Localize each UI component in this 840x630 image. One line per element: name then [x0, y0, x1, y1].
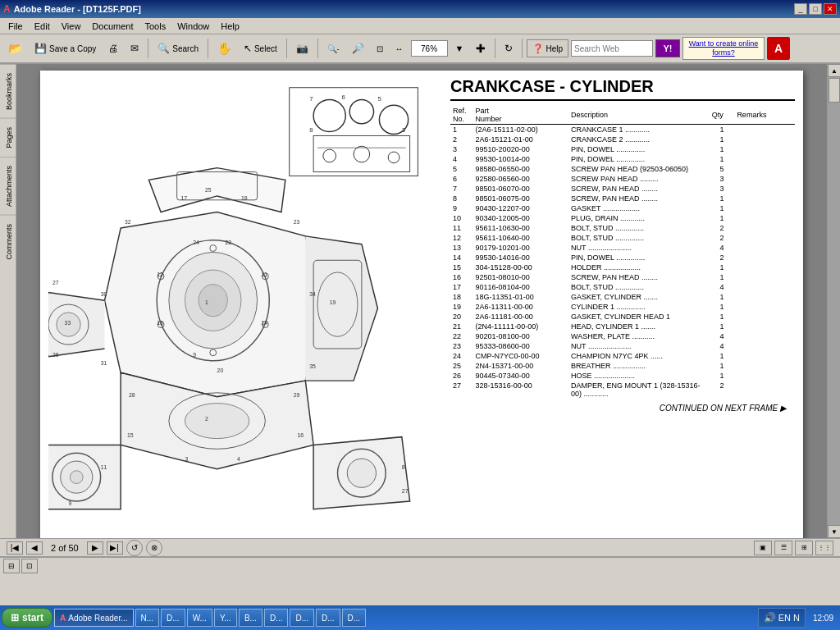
next-page-button[interactable]: ▶	[87, 541, 103, 555]
status-icon-2: ⊡	[21, 559, 38, 573]
taskbar-item-9[interactable]: D...	[342, 609, 367, 627]
ref-cell: 17	[450, 282, 473, 292]
qty-cell: 3	[710, 174, 735, 184]
minimize-button[interactable]: _	[794, 3, 807, 15]
table-row: 23 95333-08600-00 NUT ..................…	[450, 341, 795, 351]
zoom-out-button[interactable]: 🔍-	[322, 37, 345, 60]
ref-cell: 21	[450, 322, 473, 331]
menu-tools[interactable]: Tools	[140, 20, 171, 33]
remarks-cell	[734, 312, 795, 322]
first-page-button[interactable]: |◀	[7, 541, 23, 555]
taskbar-item-1[interactable]: N...	[135, 609, 160, 627]
side-tabs-panel: Bookmarks Pages Attachments Comments	[0, 64, 16, 538]
svg-text:15: 15	[127, 432, 134, 438]
scroll-up-button[interactable]: ▲	[828, 64, 840, 77]
pages-tab[interactable]: Pages	[0, 118, 16, 157]
table-row: 8 98501-06075-00 SCREW, PAN HEAD .......…	[450, 194, 795, 203]
qty-cell: 4	[710, 243, 735, 253]
status-bar: ⊟ ⊡	[0, 556, 840, 574]
qty-cell: 4	[710, 341, 735, 351]
hand-tool-button[interactable]: ✋	[212, 37, 236, 60]
taskbar-item-6[interactable]: D...	[264, 609, 289, 627]
system-tray: 🔊 EN N 12:09	[758, 608, 838, 628]
print-button[interactable]: 🖨	[103, 37, 123, 60]
rotate-button[interactable]: ↻	[500, 37, 518, 60]
taskbar-item-7[interactable]: D...	[290, 609, 314, 627]
maximize-button[interactable]: □	[809, 3, 822, 15]
start-button[interactable]: ⊞ start	[2, 608, 52, 628]
menu-edit[interactable]: Edit	[30, 20, 55, 33]
svg-point-17	[199, 285, 227, 317]
taskbar-item-adobe[interactable]: AAdobe Reader...	[54, 609, 134, 627]
taskbar: ⊞ start AAdobe Reader... N... D... W... …	[0, 605, 840, 630]
taskbar-item-8[interactable]: D...	[316, 609, 340, 627]
help-button[interactable]: ❓ Help	[527, 39, 568, 57]
menu-view[interactable]: View	[57, 20, 86, 33]
menu-file[interactable]: File	[3, 20, 28, 33]
acrobat-icon: A	[767, 37, 790, 60]
yahoo-button[interactable]: Y!	[655, 39, 680, 57]
continuous-view-button[interactable]: ☰	[774, 541, 792, 555]
open-button[interactable]: 📂	[3, 37, 27, 60]
fit-page-button[interactable]: ⊡	[372, 37, 388, 60]
close-button[interactable]: ✕	[824, 3, 837, 15]
bookmarks-tab[interactable]: Bookmarks	[0, 64, 16, 118]
attachments-tab[interactable]: Attachments	[0, 157, 16, 215]
qty-cell: 1	[710, 262, 735, 272]
desc-cell: BREATHER ................	[568, 361, 710, 371]
single-page-view-button[interactable]: ▣	[754, 541, 772, 555]
svg-text:7: 7	[309, 95, 313, 103]
part-cell: 2A6-11311-00-00	[473, 302, 568, 312]
taskbar-item-5[interactable]: B...	[239, 609, 262, 627]
desc-cell: PIN, DOWEL ..............	[568, 253, 710, 262]
camera-button[interactable]: 📷	[291, 37, 313, 60]
search-button[interactable]: 🔍 Search	[153, 37, 203, 60]
qty-cell: 1	[710, 135, 735, 144]
taskbar-item-4[interactable]: Y...	[214, 609, 237, 627]
camera-icon: 📷	[296, 43, 308, 54]
last-page-button[interactable]: ▶|	[107, 541, 123, 555]
svg-text:19: 19	[330, 299, 336, 305]
svg-text:22: 22	[225, 240, 231, 245]
menu-window[interactable]: Window	[172, 20, 214, 33]
fit-width-button[interactable]: ↔	[390, 37, 409, 60]
comments-tab[interactable]: Comments	[0, 215, 16, 268]
diagram-area: 7 6 5 8 3	[40, 71, 442, 538]
scroll-thumb[interactable]	[829, 78, 840, 103]
zoom-apply-button[interactable]: ▼	[450, 37, 469, 60]
remarks-cell	[734, 164, 795, 174]
header-part: Part Number	[473, 106, 568, 125]
two-page-view-button[interactable]: ⊞	[795, 541, 813, 555]
search-icon: 🔍	[158, 43, 170, 54]
zoom-input[interactable]	[411, 40, 448, 57]
prev-page-button[interactable]: ◀	[26, 541, 43, 555]
zoom-in-button[interactable]: 🔎	[347, 37, 369, 60]
stop-button[interactable]: ⊗	[146, 540, 162, 556]
pdf-viewport: 7 6 5 8 3	[16, 64, 827, 538]
taskbar-item-2[interactable]: D...	[161, 609, 185, 627]
desc-cell: PIN, DOWEL ..............	[568, 144, 710, 154]
refresh-button[interactable]: ↺	[126, 540, 143, 556]
svg-text:6: 6	[341, 94, 345, 101]
select-button[interactable]: ↖ Select	[239, 37, 282, 60]
search-web-input[interactable]	[571, 40, 653, 57]
table-row: 16 92501-08010-00 SCREW, PAN HEAD ......…	[450, 272, 795, 282]
menu-document[interactable]: Document	[87, 20, 138, 33]
scroll-track[interactable]	[828, 77, 840, 525]
ref-cell: 15	[450, 262, 473, 272]
taskbar-item-3[interactable]: W...	[187, 609, 212, 627]
layout-button[interactable]: ⋮⋮	[815, 541, 833, 555]
desc-cell: HOLDER ..................	[568, 262, 710, 272]
ref-cell: 23	[450, 341, 473, 351]
menu-help[interactable]: Help	[216, 20, 244, 33]
vertical-scrollbar[interactable]: ▲ ▼	[827, 64, 840, 538]
zoom-confirm-button[interactable]: ✚	[471, 37, 491, 60]
create-forms-button[interactable]: Want to create online forms?	[682, 37, 765, 60]
scroll-down-button[interactable]: ▼	[828, 525, 840, 538]
svg-text:11: 11	[101, 464, 107, 470]
svg-text:29: 29	[294, 392, 300, 398]
save-copy-button[interactable]: 💾 Save a Copy	[30, 37, 101, 60]
clock: 12:09	[808, 614, 838, 623]
email-button[interactable]: ✉	[126, 37, 144, 60]
svg-point-27	[185, 404, 249, 439]
